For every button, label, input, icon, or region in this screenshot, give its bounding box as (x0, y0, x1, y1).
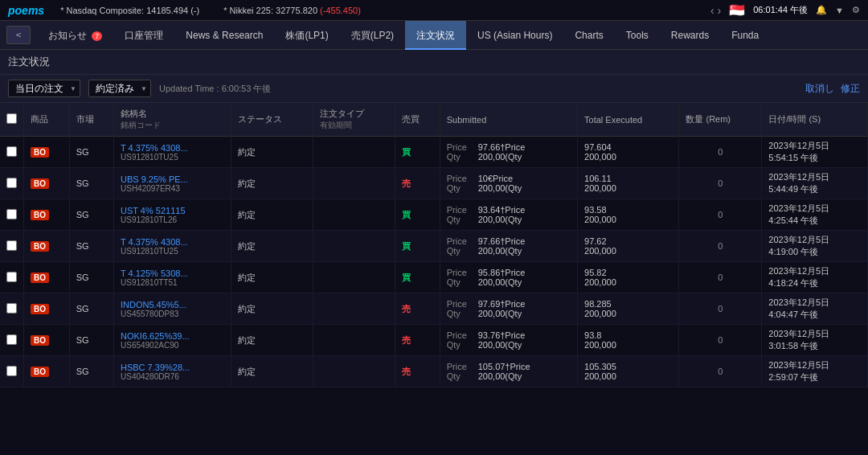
nav-item-tools[interactable]: Tools (615, 21, 660, 50)
row-time-3: 4:19:00 午後 (768, 246, 861, 258)
row-exec-price-2: 93.58 (584, 205, 672, 215)
row-side-text-3: 買 (402, 241, 411, 251)
chevron-down-icon[interactable]: ▼ (835, 6, 844, 15)
row-stock-name-0[interactable]: T 4.375% 4308... (121, 143, 188, 153)
nav-item-price[interactable]: 株価(LP1) (274, 21, 339, 50)
row-sub-price-val-3: 97.66†Price (478, 236, 526, 246)
nav-item-us-hours[interactable]: US (Asian Hours) (466, 21, 563, 50)
filter2-wrapper[interactable]: 約定済み (88, 80, 151, 97)
main-navigation: ＜ お知らせ 7 口座管理 News & Research 株価(LP1) 売買… (0, 21, 868, 50)
nikkei-change: (-455.450) (320, 6, 361, 15)
row-stock-code-4: US912810TT51 (121, 278, 224, 287)
account-label: 口座管理 (125, 30, 163, 41)
row-checkbox-0[interactable] (6, 146, 17, 157)
row-checkbox-6[interactable] (6, 334, 17, 345)
row-exec-qty-7: 200,000 (584, 371, 672, 381)
row-side-text-7: 売 (402, 367, 411, 376)
row-stock-name-6[interactable]: NOKI6.625%39... (121, 331, 190, 341)
row-sub-qty-val-7: 200,00(Qty (478, 371, 522, 381)
nav-item-sell[interactable]: 売買(LP2) (340, 21, 405, 50)
nav-item-funda[interactable]: Funda (720, 21, 770, 50)
row-total-executed-5: 98.285 200,000 (578, 293, 679, 325)
nav-item-news[interactable]: News & Research (174, 21, 274, 50)
page-header: 注文状況 (0, 50, 868, 75)
row-checkbox-5[interactable] (6, 303, 17, 314)
settings-icon[interactable]: ⚙ (852, 5, 860, 15)
notification-icon[interactable]: 🔔 (816, 5, 827, 15)
row-side-1: 売 (395, 168, 440, 199)
filter1-select[interactable]: 当日の注文 (8, 80, 80, 97)
row-checkbox-4[interactable] (6, 272, 17, 282)
row-sub-qty-label-0: Qty (447, 152, 475, 162)
row-rem-1: 0 (679, 168, 762, 199)
row-checkbox-1[interactable] (6, 178, 17, 188)
back-button[interactable]: ＜ (6, 26, 31, 44)
row-sub-qty-label-4: Qty (447, 277, 475, 287)
row-exec-price-1: 106.11 (584, 174, 672, 183)
nasdaq-value: 14185.494 (-) (146, 6, 199, 15)
nav-item-account[interactable]: 口座管理 (113, 21, 174, 50)
row-checkbox-2[interactable] (6, 209, 17, 219)
nav-item-charts[interactable]: Charts (563, 21, 614, 50)
row-rem-3: 0 (679, 231, 762, 262)
nasdaq-ticker: * Nasdaq Composite: 14185.494 (-) (60, 6, 199, 15)
row-checkbox-cell (0, 168, 24, 199)
row-market-1: SG (69, 168, 113, 199)
nav-right-arrow[interactable]: › (718, 4, 722, 17)
bo-badge-6: BO (31, 335, 49, 346)
nav-item-orders[interactable]: 注文状況 (405, 21, 466, 50)
notices-label: お知らせ (48, 30, 87, 41)
row-rem-5: 0 (679, 293, 762, 325)
row-sub-qty-val-0: 200,00(Qty (478, 152, 522, 162)
header-total-executed: Total Executed (578, 103, 679, 137)
row-stock-name-7[interactable]: HSBC 7.39%28... (121, 363, 190, 372)
row-total-executed-2: 93.58 200,000 (578, 199, 679, 231)
row-stock-name-3[interactable]: T 4.375% 4308... (121, 237, 188, 247)
header-market: 市場 (69, 103, 113, 137)
header-order-type: 注文タイプ 有効期間 (313, 103, 395, 137)
row-submitted-7: Price 105.07†Price Qty 200,00(Qty (440, 356, 577, 387)
sell-label: 売買(LP2) (351, 30, 394, 41)
cancel-button[interactable]: 取消し (805, 82, 834, 96)
filter1-wrapper[interactable]: 当日の注文 (8, 80, 80, 97)
modify-button[interactable]: 修正 (841, 82, 860, 96)
select-all-checkbox[interactable] (6, 113, 17, 124)
row-submitted-2: Price 93.64†Price Qty 200,00(Qty (440, 199, 577, 231)
filter2-select[interactable]: 約定済み (88, 80, 151, 97)
row-product-4: BO (24, 262, 70, 293)
table-row: BO SG T 4.375% 4308... US912810TU25 約定 買… (0, 137, 868, 168)
nav-left-arrow[interactable]: ‹ (710, 4, 714, 17)
row-stock-name-2[interactable]: UST 4% 521115 (121, 206, 186, 215)
row-checkbox-7[interactable] (6, 366, 17, 376)
row-stock-name-5[interactable]: INDON5.45%5... (121, 300, 186, 309)
row-sub-qty-val-4: 200,00(Qty (478, 277, 522, 287)
row-date-5: 2023年12月5日 (768, 297, 861, 309)
nav-item-notices[interactable]: お知らせ 7 (37, 21, 113, 50)
row-stock-code-7: US404280DR76 (121, 372, 224, 381)
row-side-text-2: 買 (402, 210, 411, 219)
header-right: ‹ › 🇸🇬 06:01:44 午後 🔔 ▼ ⚙ (710, 2, 860, 18)
row-stock-name-1[interactable]: UBS 9.25% PE... (121, 174, 188, 184)
row-stock-name-4[interactable]: T 4.125% 5308... (121, 268, 188, 278)
header-datetime: 日付/時間 (S) (762, 103, 868, 137)
bo-badge-0: BO (31, 147, 49, 158)
tools-label: Tools (626, 30, 649, 41)
row-side-7: 売 (395, 356, 440, 387)
row-checkbox-3[interactable] (6, 240, 17, 251)
row-sub-price-label-0: Price (447, 142, 475, 152)
bo-badge-4: BO (31, 273, 49, 283)
row-sub-qty-val-2: 200,00(Qty (478, 215, 522, 224)
row-sub-price-label-1: Price (447, 174, 475, 183)
nav-arrows[interactable]: ‹ › (710, 4, 721, 17)
row-sub-price-label-2: Price (447, 205, 475, 215)
row-order-type-2 (313, 199, 395, 231)
nav-item-rewards[interactable]: Rewards (660, 21, 720, 50)
row-submitted-6: Price 93.76†Price Qty 200,00(Qty (440, 325, 577, 356)
row-rem-6: 0 (679, 325, 762, 356)
table-row: BO SG UBS 9.25% PE... USH42097ER43 約定 売 … (0, 168, 868, 199)
table-row: BO SG T 4.375% 4308... US912810TU25 約定 買… (0, 231, 868, 262)
row-order-type-7 (313, 356, 395, 387)
row-order-type-3 (313, 231, 395, 262)
row-time-7: 2:59:07 午後 (768, 371, 861, 383)
row-sub-price-label-5: Price (447, 299, 475, 309)
